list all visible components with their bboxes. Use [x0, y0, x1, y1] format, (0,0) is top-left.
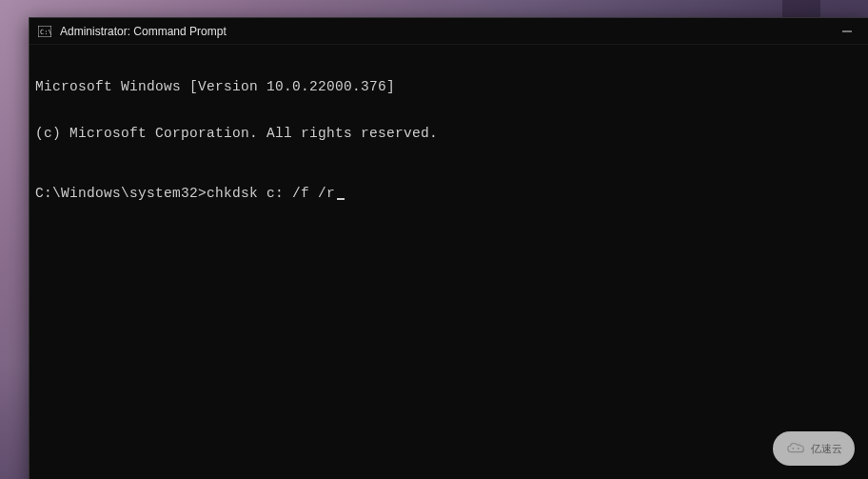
window-controls — [826, 18, 868, 44]
watermark-badge: 亿速云 — [773, 431, 855, 466]
version-line: Microsoft Windows [Version 10.0.22000.37… — [35, 79, 862, 94]
cloud-icon — [786, 441, 807, 456]
terminal-output[interactable]: Microsoft Windows [Version 10.0.22000.37… — [30, 45, 868, 479]
cmd-icon: C:\ — [37, 24, 52, 39]
watermark-text: 亿速云 — [811, 442, 842, 456]
prompt-text: C:\Windows\system32> — [35, 186, 207, 201]
window-title: Administrator: Command Prompt — [60, 25, 826, 38]
svg-text:C:\: C:\ — [40, 29, 51, 36]
copyright-line: (c) Microsoft Corporation. All rights re… — [35, 126, 862, 141]
command-prompt-window: C:\ Administrator: Command Prompt Micros… — [29, 17, 868, 479]
svg-point-3 — [792, 448, 794, 449]
titlebar[interactable]: C:\ Administrator: Command Prompt — [30, 18, 868, 45]
svg-point-4 — [797, 448, 799, 449]
prompt-line: C:\Windows\system32>chkdsk c: /f /r — [35, 186, 862, 201]
command-text: chkdsk c: /f /r — [207, 186, 335, 201]
minimize-button[interactable] — [826, 18, 868, 44]
text-cursor — [337, 198, 345, 200]
